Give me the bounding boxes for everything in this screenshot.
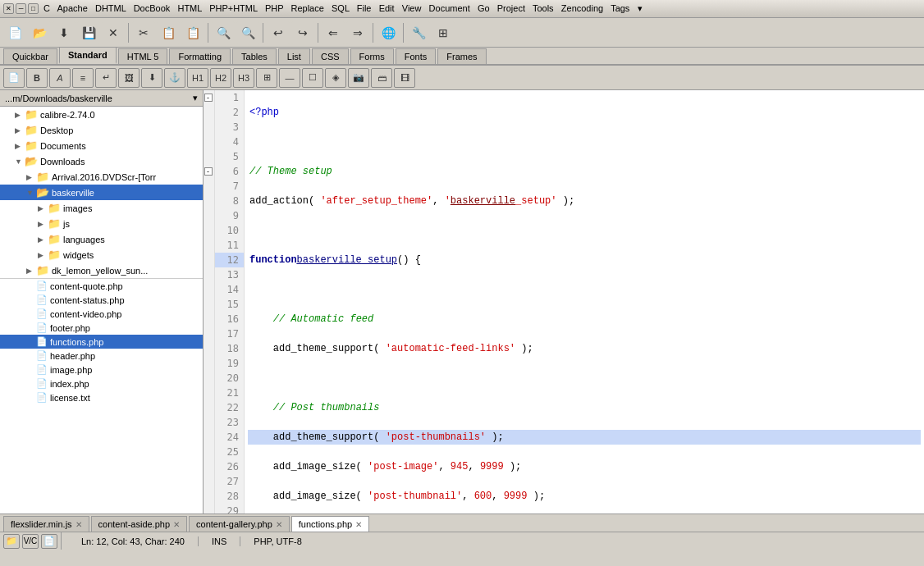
save-button[interactable]: 💾 (77, 21, 100, 44)
tree-item-images[interactable]: ▶ 📁 images (0, 200, 203, 216)
gutter-cell-21 (204, 386, 214, 400)
code-editor[interactable]: <?php // Theme setup add_action( 'after_… (245, 90, 924, 514)
enter-btn[interactable]: ↵ (95, 68, 117, 88)
paste-button[interactable]: 📋 (181, 21, 204, 44)
tab-content-aside[interactable]: content-aside.php ✕ (91, 516, 187, 532)
bold-btn[interactable]: B (26, 68, 48, 88)
snippet-btn[interactable]: 📄 (41, 534, 57, 549)
tree-item-js[interactable]: ▶ 📁 js (0, 216, 203, 231)
tree-path: ...m/Downloads/baskerville (5, 94, 112, 103)
tab-close-icon[interactable]: ✕ (75, 520, 82, 529)
tab-close-icon[interactable]: ✕ (276, 520, 282, 529)
gallery-btn[interactable]: 🗃 (371, 68, 392, 88)
new-button[interactable]: 📄 (3, 21, 26, 44)
tree-item-content-status[interactable]: ▶ 📄 content-status.php (0, 293, 203, 307)
browser-button[interactable]: 🌐 (377, 21, 400, 44)
tree-item-content-video[interactable]: ▶ 📄 content-video.php (0, 307, 203, 321)
php-file-icon: 📄 (36, 378, 48, 389)
tab-functions[interactable]: functions.php ✕ (291, 516, 369, 532)
gutter-cell-13 (204, 267, 214, 282)
line-num-24: 24 (215, 430, 244, 445)
tree-collapse-icon[interactable]: ▾ (193, 93, 198, 103)
line-num-13: 13 (215, 267, 244, 282)
gutter-cell-6[interactable]: - (204, 164, 214, 179)
tab-html5[interactable]: HTML 5 (118, 48, 168, 64)
tree-item-baskerville[interactable]: ▼ 📂 baskerville (0, 185, 203, 200)
input-btn[interactable]: ☐ (302, 68, 323, 88)
tab-content-gallery[interactable]: content-gallery.php ✕ (189, 516, 290, 532)
new-file-btn[interactable]: 📄 (3, 68, 25, 88)
indent-right-button[interactable]: ⇒ (346, 21, 369, 44)
code-container[interactable]: - - (204, 90, 924, 514)
anchor-btn[interactable]: ⚓ (164, 68, 185, 88)
list-btn[interactable]: ≡ (72, 68, 94, 88)
tab-formatting[interactable]: Formatting (169, 48, 231, 64)
tree-item-footer[interactable]: ▶ 📄 footer.php (0, 321, 203, 335)
close-button[interactable]: ✕ (3, 3, 14, 14)
close-doc-button[interactable]: ✕ (102, 21, 125, 44)
window-controls[interactable]: ✕ ─ □ (3, 3, 39, 14)
external-button[interactable]: ⊞ (432, 21, 455, 44)
tab-close-icon[interactable]: ✕ (173, 520, 180, 529)
tab-list[interactable]: List (278, 48, 310, 64)
tab-quickbar[interactable]: Quickbar (3, 48, 57, 64)
gutter-cell-1[interactable]: - (204, 90, 214, 105)
minimize-button[interactable]: ─ (16, 3, 26, 14)
special-btn[interactable]: ◈ (325, 68, 346, 88)
tab-forms[interactable]: Forms (350, 48, 394, 64)
tree-item-languages[interactable]: ▶ 📁 languages (0, 231, 203, 247)
arrow-icon: ▶ (26, 173, 34, 181)
tree-item-header[interactable]: ▶ 📄 header.php (0, 349, 203, 363)
h1-btn[interactable]: H1 (187, 68, 208, 88)
tree-item-functions[interactable]: ▶ 📄 functions.php (0, 335, 203, 349)
tree-item-content-quote[interactable]: ▶ 📄 content-quote.php (0, 279, 203, 293)
tools-button[interactable]: 🔧 (407, 21, 430, 44)
tree-item-desktop[interactable]: ▶ 📁 Desktop (0, 122, 203, 138)
char-map-btn[interactable]: V/C (22, 534, 39, 549)
gutter-cell-4 (204, 135, 214, 149)
cut-button[interactable]: ✂ (132, 21, 155, 44)
search-button[interactable]: 🔍 (212, 21, 235, 44)
undo-button[interactable]: ↩ (267, 21, 290, 44)
tab-close-icon[interactable]: ✕ (355, 520, 362, 529)
line-num-26: 26 (215, 459, 244, 474)
h3-btn[interactable]: H3 (233, 68, 254, 88)
photo-btn[interactable]: 📷 (348, 68, 369, 88)
line-num-27: 27 (215, 474, 244, 489)
download-icon[interactable]: ⬇ (53, 21, 75, 44)
find-replace-button[interactable]: 🔍 (236, 21, 259, 44)
maximize-button[interactable]: □ (28, 3, 39, 14)
folder-icon: 📁 (48, 233, 61, 245)
tree-item-widgets[interactable]: ▶ 📁 widgets (0, 247, 203, 262)
tree-item-label: baskerville (52, 188, 94, 198)
image-btn[interactable]: 🖼 (118, 68, 140, 88)
tab-frames[interactable]: Frames (437, 48, 486, 64)
gutter-cell-11 (204, 238, 214, 253)
hr-btn[interactable]: — (279, 68, 300, 88)
tree-item-image[interactable]: ▶ 📄 image.php (0, 363, 203, 377)
tree-item-downloads[interactable]: ▼ 📂 Downloads (0, 153, 203, 169)
tab-tables[interactable]: Tables (232, 48, 277, 64)
tree-item-license[interactable]: ▶ 📄 license.txt (0, 390, 203, 404)
redo-button[interactable]: ↪ (291, 21, 314, 44)
media-btn[interactable]: 🎞 (394, 68, 415, 88)
h2-btn[interactable]: H2 (210, 68, 231, 88)
copy-button[interactable]: 📋 (157, 21, 180, 44)
tree-item-documents[interactable]: ▶ 📁 Documents (0, 138, 203, 153)
tree-item-calibre[interactable]: ▶ 📁 calibre-2.74.0 (0, 107, 203, 122)
line-num-12: 12 (215, 253, 244, 267)
tab-standard[interactable]: Standard (59, 47, 117, 64)
separator-3 (263, 23, 263, 43)
tab-flexslider[interactable]: flexslider.min.js ✕ (3, 516, 89, 532)
dl-btn[interactable]: ⬇ (141, 68, 162, 88)
tree-item-arrival[interactable]: ▶ 📁 Arrival.2016.DVDScr-[Torr (0, 169, 203, 185)
tree-item-dklemon[interactable]: ▶ 📁 dk_lemon_yellow_sun... (0, 262, 203, 279)
tab-css[interactable]: CSS (312, 48, 349, 64)
tree-item-index[interactable]: ▶ 📄 index.php (0, 377, 203, 390)
table-btn[interactable]: ⊞ (256, 68, 277, 88)
tab-fonts[interactable]: Fonts (396, 48, 437, 64)
open-button[interactable]: 📂 (28, 21, 51, 44)
indent-left-button[interactable]: ⇐ (322, 21, 345, 44)
folder-btn[interactable]: 📁 (3, 534, 20, 549)
italic-btn[interactable]: A (49, 68, 71, 88)
